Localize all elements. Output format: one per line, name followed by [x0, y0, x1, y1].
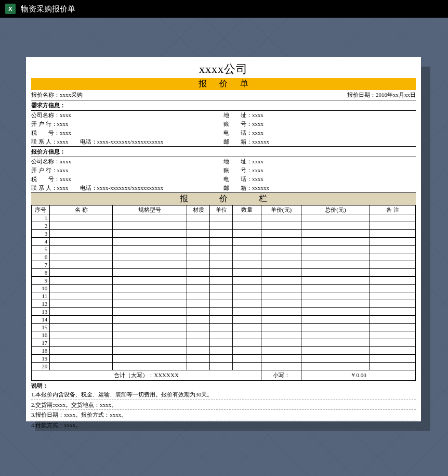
col-total: 总价(元)	[301, 205, 370, 214]
supply-tel-label: 电 话：	[223, 176, 252, 182]
col-mat: 材质	[187, 205, 210, 214]
table-row: 8	[32, 269, 416, 277]
table-row: 9	[32, 277, 416, 285]
demand-addr-value: xxxx	[252, 112, 263, 118]
demand-company-value: xxxx	[60, 112, 71, 118]
quote-table: 序号 名 称 规格型号 材质 单位 数量 单价(元) 总价(元) 备 注 123…	[31, 205, 416, 381]
company-name: xxxx公司	[31, 61, 416, 77]
quote-date-value: 2016年xx月xx日	[376, 92, 416, 98]
col-name: 名 称	[50, 205, 113, 214]
supply-addr-label: 地 址：	[223, 158, 252, 164]
demand-bank-value: xxxx	[57, 121, 69, 127]
demand-company-label: 公司名称：	[31, 112, 60, 118]
total-upper: 合计（大写）：XXXXXX	[32, 370, 261, 381]
total-lower-label: 小写：	[261, 370, 301, 381]
table-row: 7	[32, 261, 416, 269]
demand-tax-value: xxxx	[60, 130, 71, 136]
supply-contact-value: xxxx	[57, 185, 69, 191]
table-row: 15	[32, 324, 416, 331]
total-lower-value: ￥0.00	[301, 370, 416, 381]
supply-mail-label: 邮 箱：	[223, 185, 252, 191]
supply-phone-value: xxxx-xxxxxxx/xxxxxxxxxxx	[97, 185, 164, 191]
col-spec: 规格型号	[113, 205, 187, 214]
supply-addr-value: xxxx	[252, 158, 263, 164]
notes-title: 说明：	[31, 382, 416, 390]
document-sheet: xxxx公司 报价单 报价名称：xxxx采购 报价日期：2016年xx月xx日 …	[26, 57, 421, 421]
note-line-4: 4.付款方式：xxxx。	[31, 420, 416, 431]
demand-section: 需求方信息：	[31, 100, 416, 111]
demand-contact-value: xxxx	[57, 138, 69, 145]
col-seq: 序号	[32, 205, 50, 214]
table-row: 4	[32, 238, 416, 246]
supply-company-label: 公司名称：	[31, 158, 60, 164]
note-line-3: 3.报价日期：xxxx。报价方式：xxxx。	[31, 410, 416, 420]
table-row: 6	[32, 253, 416, 261]
excel-icon: X	[5, 4, 16, 14]
table-row: 10	[32, 285, 416, 292]
demand-contact-label: 联 系 人：	[31, 138, 57, 145]
supply-bank-label: 开 户 行：	[31, 167, 57, 173]
supply-contact-label: 联 系 人：	[31, 185, 57, 191]
demand-addr-label: 地 址：	[223, 112, 252, 118]
supply-tel-value: xxxx	[252, 176, 263, 182]
table-row: 5	[32, 246, 416, 253]
table-row: 17	[32, 339, 416, 347]
table-row: 11	[32, 292, 416, 300]
supply-bank-value: xxxx	[57, 167, 69, 173]
demand-tax-label: 税 号：	[31, 130, 60, 136]
supply-tax-label: 税 号：	[31, 176, 60, 182]
table-row: 12	[32, 300, 416, 308]
col-price: 单价(元)	[261, 205, 301, 214]
quote-section-header: 报价栏	[31, 192, 416, 205]
table-row: 14	[32, 316, 416, 324]
meta-row: 报价名称：xxxx采购 报价日期：2016年xx月xx日	[31, 90, 416, 100]
demand-tel-value: xxxx	[252, 130, 263, 136]
titlebar-text: 物资采购报价单	[21, 4, 75, 14]
notes-section: 说明： 1.本报价内含设备、税金、运输、装卸等一切费用。报价有效期为30天。 2…	[31, 380, 416, 430]
demand-mail-value: xxxxxx	[252, 138, 269, 145]
table-row: 3	[32, 230, 416, 238]
supply-account-value: xxxx	[252, 167, 263, 173]
table-row: 16	[32, 331, 416, 339]
quote-name-label: 报价名称：	[31, 92, 60, 98]
supply-section: 报价方信息：	[31, 147, 416, 157]
table-row: 20	[32, 363, 416, 370]
supply-phone-label: 电话：	[80, 185, 97, 191]
title-banner: 报价单	[31, 78, 416, 90]
demand-account-label: 账 号：	[223, 121, 252, 127]
col-note: 备 注	[370, 205, 415, 214]
supply-tax-value: xxxx	[60, 176, 71, 182]
demand-mail-label: 邮 箱：	[223, 138, 252, 145]
col-unit: 单位	[210, 205, 233, 214]
supply-company-value: xxxx	[60, 158, 71, 164]
table-row: 19	[32, 355, 416, 363]
supply-account-label: 账 号：	[223, 167, 252, 173]
demand-phone-value: xxxx-xxxxxxx/xxxxxxxxxxx	[97, 138, 164, 145]
quote-date-label: 报价日期：	[347, 92, 376, 98]
note-line-2: 2.交货期:xxxx。交货地点：xxxx。	[31, 400, 416, 410]
titlebar: X 物资采购报价单	[0, 0, 448, 18]
quote-name-value: xxxx采购	[60, 92, 83, 98]
table-row: 18	[32, 347, 416, 355]
demand-tel-label: 电 话：	[223, 130, 252, 136]
demand-bank-label: 开 户 行：	[31, 121, 57, 127]
note-line-1: 1.本报价内含设备、税金、运输、装卸等一切费用。报价有效期为30天。	[31, 390, 416, 400]
demand-phone-label: 电话：	[80, 138, 97, 145]
supply-mail-value: xxxxxx	[252, 185, 269, 191]
demand-account-value: xxxx	[252, 121, 263, 127]
table-row: 13	[32, 308, 416, 316]
table-row: 1	[32, 214, 416, 222]
col-qty: 数量	[233, 205, 261, 214]
table-row: 2	[32, 222, 416, 230]
